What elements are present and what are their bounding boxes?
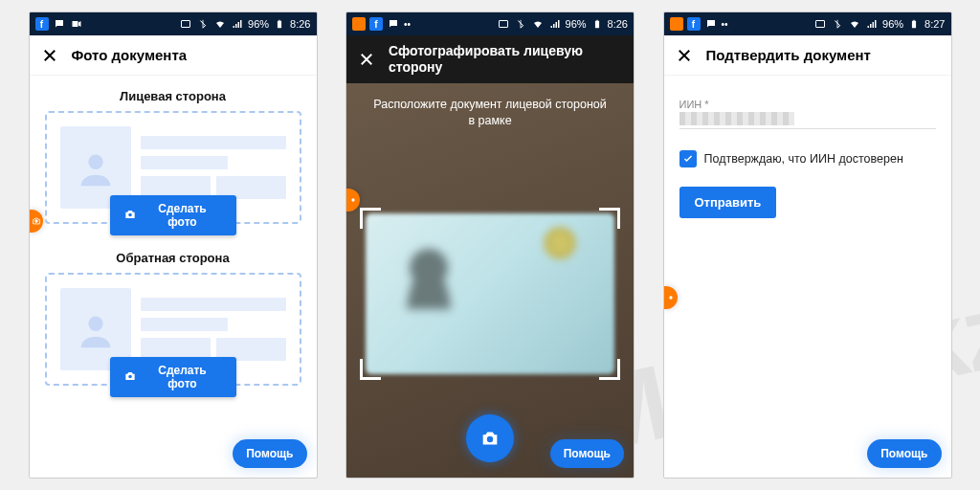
iin-field[interactable] <box>679 110 936 129</box>
bluetooth-icon <box>831 17 844 31</box>
screen-confirm: f •• 96% 8:27 Подтвердить документ ИИН * <box>663 11 952 479</box>
shutter-button[interactable] <box>466 414 514 462</box>
chat-icon <box>704 17 718 31</box>
status-bar: f 96% 8:26 <box>30 12 317 35</box>
camera-viewfinder: Расположите документ лицевой стороной в … <box>346 83 634 478</box>
svg-point-11 <box>351 198 354 201</box>
svg-rect-0 <box>182 21 190 28</box>
doc-lines-placeholder <box>141 298 286 361</box>
screen3-content: ИИН * Подтверждаю, что ИИН достоверен От… <box>664 76 951 478</box>
back-side-label: Обратная сторона <box>45 251 301 265</box>
battery-text: 96% <box>248 18 269 30</box>
svg-rect-1 <box>278 21 281 29</box>
battery-text: 96% <box>566 18 587 30</box>
svg-point-4 <box>88 155 102 169</box>
bluetooth-icon <box>196 17 210 31</box>
battery-icon <box>907 17 921 31</box>
page-title: Фото документа <box>72 47 188 63</box>
battery-text: 96% <box>882 18 903 30</box>
svg-rect-8 <box>499 21 507 28</box>
camera-icon <box>123 208 137 224</box>
bluetooth-icon <box>514 17 527 31</box>
take-photo-label: Сделать фото <box>143 202 223 229</box>
page-header: Подтвердить документ <box>664 35 951 76</box>
svg-rect-9 <box>594 21 598 29</box>
chat-icon <box>387 17 400 31</box>
clock-text: 8:27 <box>924 18 945 30</box>
svg-point-7 <box>128 374 132 378</box>
wifi-icon <box>848 17 861 31</box>
checkbox-checked-icon[interactable] <box>679 150 697 167</box>
id-card-preview <box>366 213 614 374</box>
iin-field-label: ИИН * <box>679 99 936 110</box>
more-icon: •• <box>404 19 411 30</box>
svg-point-6 <box>88 317 102 331</box>
screen1-content: Лицевая сторона Сделать фото Обратная ст… <box>30 76 317 478</box>
battery-icon <box>273 17 286 31</box>
side-camera-tab[interactable] <box>664 286 678 309</box>
more-icon: •• <box>722 19 728 30</box>
side-camera-tab[interactable] <box>346 189 360 212</box>
page-title: Подтвердить документ <box>706 47 871 63</box>
svg-point-3 <box>34 219 37 222</box>
signal-icon <box>865 17 879 31</box>
back-side-dropzone: Сделать фото <box>45 273 301 386</box>
app-icon <box>670 17 683 31</box>
close-icon[interactable] <box>358 51 375 68</box>
status-bar: f •• 96% 8:27 <box>664 12 951 35</box>
facebook-icon: f <box>369 17 383 31</box>
take-photo-label: Сделать фото <box>143 364 223 390</box>
cast-icon <box>497 17 510 31</box>
camera-hint-text: Расположите документ лицевой стороной в … <box>373 97 607 129</box>
take-photo-front-button[interactable]: Сделать фото <box>110 195 236 235</box>
svg-rect-13 <box>816 21 825 28</box>
close-icon[interactable] <box>676 47 693 64</box>
front-side-label: Лицевая сторона <box>45 89 301 103</box>
svg-rect-14 <box>912 21 916 29</box>
page-header: Сфотографировать лицевую сторону <box>346 35 634 83</box>
camera-icon <box>123 369 137 386</box>
side-camera-tab[interactable] <box>30 210 43 233</box>
facebook-icon: f <box>687 17 701 31</box>
capture-frame <box>360 208 620 380</box>
page-header: Фото документа <box>30 35 317 76</box>
battery-icon <box>590 17 604 31</box>
help-button[interactable]: Помощь <box>867 439 941 468</box>
wifi-icon <box>531 17 545 31</box>
svg-rect-15 <box>913 20 915 21</box>
close-icon[interactable] <box>41 47 58 64</box>
cast-icon <box>179 17 192 31</box>
confirm-checkbox-row[interactable]: Подтверждаю, что ИИН достоверен <box>679 150 936 167</box>
take-photo-back-button[interactable]: Сделать фото <box>110 357 236 397</box>
svg-point-5 <box>128 212 132 216</box>
app-icon <box>352 17 366 31</box>
screen-capture: f •• 96% 8:26 Сфотографировать лицевую с… <box>345 11 635 479</box>
screen-photo-document: f 96% 8:26 Фото документа Лицевая с <box>29 11 318 479</box>
cast-icon <box>813 17 827 31</box>
svg-rect-10 <box>596 20 598 21</box>
page-title: Сфотографировать лицевую сторону <box>389 43 622 76</box>
clock-text: 8:26 <box>290 18 310 30</box>
svg-point-12 <box>487 436 493 442</box>
submit-button[interactable]: Отправить <box>679 187 777 218</box>
svg-point-16 <box>669 296 672 299</box>
clock-text: 8:26 <box>608 18 628 30</box>
video-icon <box>70 17 83 31</box>
confirm-checkbox-label: Подтверждаю, что ИИН достоверен <box>704 152 903 166</box>
doc-lines-placeholder <box>141 136 286 199</box>
svg-rect-2 <box>278 20 280 21</box>
front-side-dropzone: Сделать фото <box>45 111 301 224</box>
signal-icon <box>548 17 562 31</box>
help-button[interactable]: Помощь <box>550 439 624 468</box>
signal-icon <box>231 17 244 31</box>
chat-icon <box>53 17 66 31</box>
help-button[interactable]: Помощь <box>233 439 306 468</box>
status-bar: f •• 96% 8:26 <box>346 12 634 35</box>
facebook-icon: f <box>35 17 49 31</box>
wifi-icon <box>213 17 227 31</box>
